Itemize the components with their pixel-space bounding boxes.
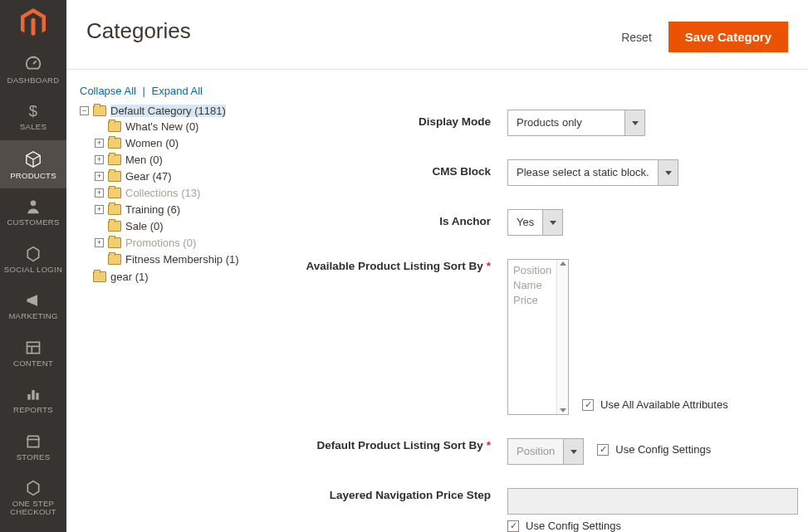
category-tree-panel: Collapse All | Expand All − Default Cate… — [80, 85, 267, 532]
cube-icon — [24, 150, 42, 168]
nav-label: STORES — [17, 453, 51, 461]
hexagon-icon — [25, 246, 42, 262]
folder-icon — [93, 271, 106, 282]
tree-toggle-icon[interactable]: − — [80, 106, 89, 115]
select-value: Products only — [508, 110, 624, 135]
folder-icon — [108, 154, 121, 165]
nav-stores[interactable]: STORES — [0, 423, 66, 470]
tree-node-label[interactable]: Men (0) — [125, 154, 163, 166]
select-value: Yes — [508, 210, 542, 235]
nav-label: CONTENT — [13, 359, 53, 368]
cms-block-label: CMS Block — [267, 159, 507, 179]
nav-products[interactable]: PRODUCTS — [0, 140, 66, 188]
svg-rect-2 — [27, 342, 40, 353]
default-sort-use-config-checkbox[interactable] — [597, 444, 609, 456]
tree-node-collections[interactable]: +Collections (13) — [95, 184, 267, 201]
hexagon-icon — [25, 480, 42, 496]
page-header: Categories Reset Save Category — [66, 0, 808, 70]
magento-logo — [18, 8, 48, 38]
tree-node-label[interactable]: Women (0) — [125, 137, 179, 149]
tree-toggle-icon[interactable]: + — [95, 205, 104, 214]
multiselect-option: Name — [513, 278, 563, 293]
nav-customers[interactable]: CUSTOMERS — [0, 188, 66, 235]
scroll-down-icon — [560, 408, 566, 412]
nav-label: REPORTS — [13, 406, 53, 414]
tree-node-label[interactable]: Default Category (1181) — [110, 105, 226, 117]
nav-social-login[interactable]: SOCIAL LOGIN — [0, 236, 66, 282]
scrollbar[interactable] — [556, 260, 568, 414]
scroll-up-icon — [560, 261, 566, 266]
megaphone-icon — [25, 292, 42, 309]
nav-one-step-checkout[interactable]: ONE STEP CHECKOUT — [0, 470, 66, 525]
multiselect-option: Position — [513, 263, 563, 278]
tree-toggle-icon[interactable]: + — [95, 155, 104, 164]
tree-node-label[interactable]: Promotions (0) — [125, 237, 196, 249]
expand-all-link[interactable]: Expand All — [152, 85, 203, 97]
svg-point-1 — [31, 201, 37, 207]
tree-node-women[interactable]: +Women (0) — [95, 134, 267, 151]
tree-node-gear-root[interactable]: gear (1) — [80, 268, 267, 285]
folder-icon — [108, 138, 121, 149]
default-sort-label: Default Product Listing Sort By* — [267, 438, 507, 453]
tree-node-gear[interactable]: +Gear (47) — [95, 168, 267, 184]
bar-chart-icon — [25, 386, 42, 403]
folder-icon — [108, 254, 121, 265]
nav-dashboard[interactable]: DASHBOARD — [0, 45, 66, 93]
tree-toggle-icon[interactable]: + — [95, 238, 104, 247]
nav-label: CUSTOMERS — [7, 218, 59, 227]
svg-rect-6 — [32, 390, 34, 400]
price-step-input — [507, 488, 798, 515]
tree-node-men[interactable]: +Men (0) — [95, 151, 267, 168]
tree-toggle-icon[interactable]: + — [95, 172, 104, 181]
select-value: Please select a static block. — [508, 160, 658, 185]
tree-node-label[interactable]: Gear (47) — [125, 170, 172, 183]
save-category-button[interactable]: Save Category — [668, 22, 788, 52]
chevron-down-icon — [624, 110, 644, 135]
svg-rect-7 — [36, 393, 38, 399]
nav-label: ONE STEP CHECKOUT — [10, 500, 56, 517]
price-step-use-config-checkbox[interactable] — [507, 520, 519, 532]
folder-icon — [108, 221, 121, 232]
tree-node-default-category[interactable]: − Default Category (1181) What's New (0)… — [80, 102, 267, 268]
collapse-all-link[interactable]: Collapse All — [80, 85, 136, 97]
nav-sales[interactable]: $ SALES — [0, 93, 66, 139]
tree-toggle-icon[interactable]: + — [95, 188, 104, 198]
gauge-icon — [24, 55, 42, 73]
tree-node-whats-new[interactable]: What's New (0) — [95, 118, 267, 134]
folder-icon — [108, 237, 121, 248]
price-step-label: Layered Navigation Price Step — [267, 488, 507, 503]
default-sort-select: Position — [507, 438, 584, 465]
tree-node-fitness-membership[interactable]: Fitness Membership (1) — [95, 251, 267, 267]
reset-button[interactable]: Reset — [621, 31, 652, 44]
tree-node-promotions[interactable]: +Promotions (0) — [95, 234, 267, 251]
chevron-down-icon — [542, 210, 562, 235]
tree-node-label[interactable]: Training (6) — [125, 203, 180, 216]
nav-label: PRODUCTS — [10, 172, 56, 180]
display-mode-label: Display Mode — [267, 110, 507, 129]
tree-node-label[interactable]: Collections (13) — [125, 187, 200, 199]
svg-rect-5 — [27, 394, 30, 400]
tree-node-label[interactable]: gear (1) — [110, 271, 149, 283]
nav-label: SOCIAL LOGIN — [4, 266, 62, 274]
category-form: Display Mode Products only CMS Block Ple… — [267, 85, 808, 532]
person-icon — [25, 198, 42, 215]
tree-node-training[interactable]: +Training (6) — [95, 201, 267, 217]
nav-marketing[interactable]: MARKETING — [0, 282, 66, 329]
folder-icon — [108, 121, 121, 132]
folder-icon — [108, 188, 121, 198]
nav-label: MARKETING — [8, 312, 57, 320]
nav-reports[interactable]: REPORTS — [0, 376, 66, 422]
cms-block-select[interactable]: Please select a static block. — [507, 159, 678, 186]
tree-node-label[interactable]: What's New (0) — [125, 120, 198, 133]
available-sort-multiselect: Position Name Price — [507, 259, 569, 415]
admin-sidebar: DASHBOARD $ SALES PRODUCTS CUSTOMERS SOC… — [0, 0, 66, 532]
tree-node-sale[interactable]: Sale (0) — [95, 217, 267, 234]
tree-node-label[interactable]: Fitness Membership (1) — [125, 253, 239, 266]
storefront-icon — [25, 433, 42, 450]
nav-content[interactable]: CONTENT — [0, 329, 66, 376]
use-all-attributes-checkbox[interactable] — [582, 399, 594, 411]
tree-toggle-icon[interactable]: + — [95, 139, 104, 148]
tree-node-label[interactable]: Sale (0) — [125, 220, 164, 232]
is-anchor-select[interactable]: Yes — [507, 209, 563, 236]
display-mode-select[interactable]: Products only — [507, 110, 645, 136]
